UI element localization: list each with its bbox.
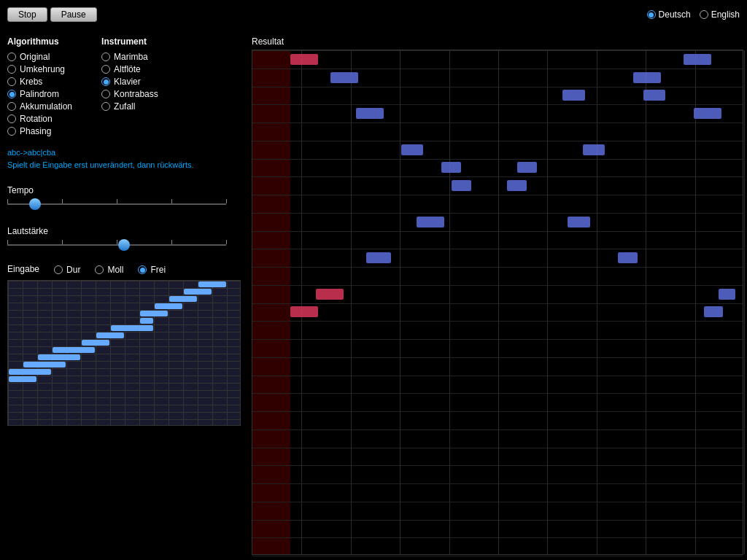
result-note	[417, 217, 444, 228]
input-note[interactable]	[23, 362, 66, 368]
eingabe-moll-radio[interactable]	[95, 265, 104, 274]
algo-rotation-radio[interactable]	[7, 114, 16, 123]
result-hline	[252, 321, 743, 322]
algo-rotation-label: Rotation	[20, 114, 53, 124]
result-vline	[400, 50, 400, 554]
inst-altfloete[interactable]: Altflöte	[101, 64, 158, 74]
input-note[interactable]	[140, 311, 168, 316]
tempo-track[interactable]	[7, 203, 226, 205]
inst-klavier[interactable]: Klavier	[101, 77, 158, 87]
result-hline	[252, 159, 743, 160]
input-note[interactable]	[140, 318, 153, 324]
algo-umkehrung-radio[interactable]	[7, 65, 16, 74]
result-hline	[252, 448, 743, 448]
inst-klavier-label: Klavier	[114, 77, 141, 87]
eingabe-moll-label: Moll	[107, 265, 123, 275]
eingabe-frei-radio[interactable]	[138, 265, 147, 274]
inst-marimba[interactable]: Marimba	[101, 52, 158, 62]
description-text: Spielt die Eingabe erst unverändert, dan…	[7, 159, 248, 171]
result-vline	[547, 50, 548, 554]
algo-palindrom[interactable]: Palindrom	[7, 89, 72, 99]
lang-english-radio[interactable]	[700, 10, 708, 19]
result-note	[290, 306, 318, 317]
inst-klavier-radio[interactable]	[101, 77, 110, 86]
control-buttons: Stop Pause	[7, 7, 97, 22]
input-note[interactable]	[198, 281, 226, 287]
stop-button[interactable]: Stop	[7, 7, 47, 22]
algo-umkehrung-label: Umkehrung	[20, 64, 65, 74]
result-hline	[252, 520, 743, 521]
algo-original[interactable]: Original	[7, 52, 72, 62]
lang-deutsch[interactable]: Deutsch	[647, 9, 691, 20]
lang-english-label: English	[711, 9, 740, 20]
algo-krebs-radio[interactable]	[7, 77, 16, 86]
input-note[interactable]	[38, 354, 80, 360]
result-note	[452, 180, 471, 191]
eingabe-frei[interactable]: Frei	[138, 265, 166, 275]
result-note	[507, 180, 527, 191]
result-hline	[252, 556, 743, 556]
result-hline	[252, 231, 743, 232]
algo-krebs-label: Krebs	[20, 77, 42, 87]
algo-krebs[interactable]: Krebs	[7, 77, 72, 87]
result-note	[583, 144, 605, 155]
result-hline	[252, 87, 743, 88]
lautstaerke-track[interactable]	[7, 244, 226, 246]
input-note[interactable]	[96, 332, 124, 338]
eingabe-dur-label: Dur	[66, 265, 80, 275]
pause-button[interactable]: Pause	[50, 7, 97, 22]
algo-original-radio[interactable]	[7, 52, 16, 61]
inst-zufall[interactable]: Zufall	[101, 101, 158, 112]
result-note	[356, 108, 384, 119]
algorithm-section: Algorithmus Original Umkehrung Krebs Pal…	[7, 36, 72, 136]
lang-english[interactable]: English	[700, 9, 740, 20]
eingabe-label: Eingabe	[7, 264, 39, 274]
algo-akkumulation-label: Akkumulation	[20, 101, 72, 112]
result-vline	[646, 50, 646, 554]
result-hline	[252, 393, 743, 394]
algo-phasing-radio[interactable]	[7, 127, 16, 136]
eingabe-moll[interactable]: Moll	[95, 265, 123, 275]
input-note[interactable]	[155, 303, 182, 309]
input-note[interactable]	[111, 325, 153, 331]
lautstaerke-thumb[interactable]	[118, 239, 130, 251]
input-note[interactable]	[184, 289, 212, 295]
result-note	[633, 72, 661, 83]
result-hline	[252, 213, 743, 214]
inst-marimba-label: Marimba	[114, 52, 148, 62]
inst-marimba-radio[interactable]	[101, 52, 110, 61]
result-vline	[449, 50, 450, 554]
tempo-label: Tempo	[7, 185, 248, 195]
piano-roll-grid[interactable]	[7, 280, 241, 426]
algo-phasing[interactable]: Phasing	[7, 126, 72, 136]
input-note[interactable]	[169, 296, 197, 302]
result-hline	[252, 339, 743, 340]
input-note[interactable]	[82, 340, 109, 346]
result-vline	[744, 50, 745, 554]
algo-umkehrung[interactable]: Umkehrung	[7, 64, 72, 74]
algo-akkumulation-radio[interactable]	[7, 102, 16, 111]
result-hline	[252, 429, 743, 430]
result-hline	[252, 195, 743, 195]
algo-akkumulation[interactable]: Akkumulation	[7, 101, 72, 112]
tempo-thumb[interactable]	[29, 198, 41, 210]
inst-kontrabass[interactable]: Kontrabass	[101, 89, 158, 99]
inst-altfloete-radio[interactable]	[101, 65, 110, 74]
lang-deutsch-radio[interactable]	[647, 10, 656, 19]
input-note[interactable]	[9, 369, 51, 375]
inst-kontrabass-radio[interactable]	[101, 90, 110, 98]
input-note[interactable]	[53, 347, 95, 353]
algo-palindrom-radio[interactable]	[7, 90, 16, 98]
inst-zufall-radio[interactable]	[101, 102, 110, 111]
lang-deutsch-label: Deutsch	[659, 9, 691, 20]
result-note	[694, 108, 721, 119]
result-hline	[252, 465, 743, 466]
result-note	[441, 162, 461, 173]
input-note[interactable]	[9, 376, 36, 382]
algo-rotation[interactable]: Rotation	[7, 114, 72, 124]
eingabe-dur[interactable]: Dur	[54, 265, 80, 275]
result-note	[366, 252, 391, 263]
eingabe-dur-radio[interactable]	[54, 265, 63, 274]
result-note	[316, 289, 344, 300]
result-hline	[252, 141, 743, 141]
